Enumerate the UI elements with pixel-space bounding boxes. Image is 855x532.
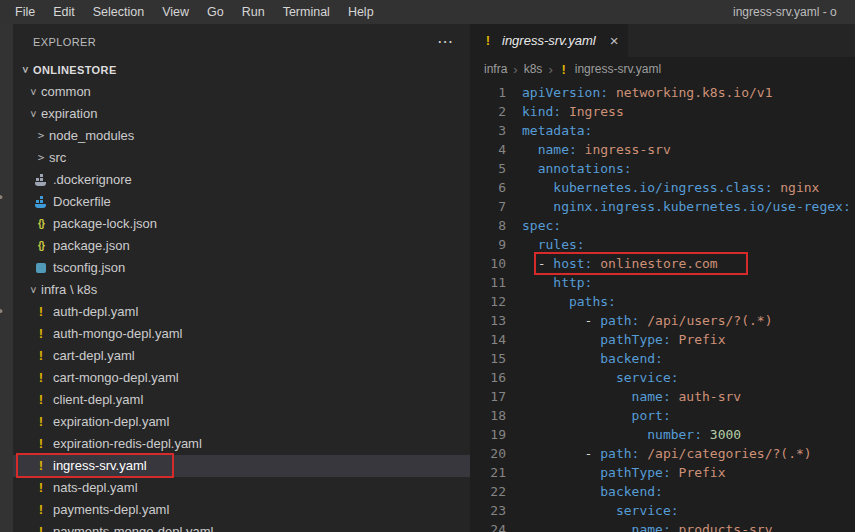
code-text: name: ingress-srv bbox=[522, 140, 671, 159]
code-line-19: 19 number: 3000 bbox=[470, 425, 855, 444]
menu-edit[interactable]: Edit bbox=[44, 0, 84, 24]
tree-item-dockerignore[interactable]: .dockerignore bbox=[13, 169, 470, 191]
code-text: nginx.ingress.kubernetes.io/use-regex: bbox=[522, 197, 851, 216]
token-plain bbox=[522, 370, 616, 385]
code-line-17: 17 name: auth-srv bbox=[470, 387, 855, 406]
token-plain bbox=[522, 408, 632, 423]
tree-item-auth-depl-yaml[interactable]: !auth-depl.yaml bbox=[13, 301, 470, 323]
menu-help[interactable]: Help bbox=[339, 0, 383, 24]
more-actions-icon[interactable]: ⋯ bbox=[437, 32, 454, 51]
code-text: name: products-srv bbox=[522, 520, 772, 532]
yaml-icon: ! bbox=[33, 458, 49, 474]
tree-item-label: infra \ k8s bbox=[41, 279, 97, 301]
breadcrumb-item-k8s[interactable]: k8s bbox=[524, 62, 543, 76]
tree-item-cart-depl-yaml[interactable]: !cart-depl.yaml bbox=[13, 345, 470, 367]
code-line-1: 1apiVersion: networking.k8s.io/v1 bbox=[470, 83, 855, 102]
code-text: pathType: Prefix bbox=[522, 330, 726, 349]
menu-terminal[interactable]: Terminal bbox=[274, 0, 339, 24]
token-key: host: bbox=[553, 256, 592, 271]
partial-icon-gray-4[interactable]: ] bbox=[0, 354, 12, 371]
tree-item-package-json[interactable]: {}package.json bbox=[13, 235, 470, 257]
code-line-10: 10 - host: onlinestore.com bbox=[470, 254, 855, 273]
menu-run[interactable]: Run bbox=[233, 0, 274, 24]
code-text: - path: /api/categories/?(.*) bbox=[522, 444, 812, 463]
code-line-4: 4 name: ingress-srv bbox=[470, 140, 855, 159]
tree-item-package-lock-json[interactable]: {}package-lock.json bbox=[13, 213, 470, 235]
menu-file[interactable]: File bbox=[6, 0, 44, 24]
menu-view[interactable]: View bbox=[153, 0, 198, 24]
breadcrumb-item-ingress-srv-yaml[interactable]: ingress-srv.yaml bbox=[575, 62, 661, 76]
tree-item-label: Dockerfile bbox=[53, 191, 111, 213]
line-number: 14 bbox=[470, 330, 506, 349]
line-number: 17 bbox=[470, 387, 506, 406]
token-val: /api/users/?(.*) bbox=[639, 313, 772, 328]
token-key: port: bbox=[632, 408, 671, 423]
close-icon[interactable]: × bbox=[610, 32, 619, 49]
token-val: onlinestore.com bbox=[592, 256, 717, 271]
tab-ingress-srv-yaml[interactable]: ! ingress-srv.yaml × bbox=[470, 24, 628, 57]
tree-item-ingress-srv-yaml[interactable]: !ingress-srv.yaml bbox=[13, 455, 470, 477]
tree-item-infra-k8s[interactable]: >infra \ k8s bbox=[13, 279, 470, 301]
tree-item-onlinestore[interactable]: >ONLINESTORE bbox=[13, 59, 470, 81]
code-line-7: 7 nginx.ingress.kubernetes.io/use-regex: bbox=[470, 197, 855, 216]
code-area[interactable]: 1apiVersion: networking.k8s.io/v12kind: … bbox=[470, 81, 855, 532]
token-plain bbox=[522, 465, 600, 480]
tree-item-tsconfig-json[interactable]: tsconfig.json bbox=[13, 257, 470, 279]
partial-icon-orange[interactable]: ) bbox=[0, 60, 12, 77]
token-key: kubernetes.io/ingress.class: bbox=[553, 180, 772, 195]
tree-item-auth-mongo-depl-yaml[interactable]: !auth-mongo-depl.yaml bbox=[13, 323, 470, 345]
token-key: service: bbox=[616, 370, 679, 385]
menu-go[interactable]: Go bbox=[198, 0, 233, 24]
breadcrumb: infra›k8s›!ingress-srv.yaml bbox=[470, 57, 855, 81]
token-key: pathType: bbox=[600, 332, 670, 347]
tree-item-label: ONLINESTORE bbox=[33, 59, 117, 81]
tree-item-src[interactable]: >src bbox=[13, 147, 470, 169]
partial-icon-gray-1[interactable]: ) bbox=[0, 122, 12, 139]
token-key: path: bbox=[600, 446, 639, 461]
token-plain bbox=[522, 389, 632, 404]
explorer-title: EXPLORER bbox=[33, 36, 96, 48]
tree-item-label: cart-depl.yaml bbox=[53, 345, 135, 367]
tree-item-cart-mongo-depl-yaml[interactable]: !cart-mongo-depl.yaml bbox=[13, 367, 470, 389]
line-number: 4 bbox=[470, 140, 506, 159]
code-line-12: 12 paths: bbox=[470, 292, 855, 311]
tree-item-nats-depl-yaml[interactable]: !nats-depl.yaml bbox=[13, 477, 470, 499]
code-line-11: 11 http: bbox=[470, 273, 855, 292]
tree-item-expiration-redis-depl-yaml[interactable]: !expiration-redis-depl.yaml bbox=[13, 433, 470, 455]
breadcrumb-separator-icon: › bbox=[548, 62, 552, 77]
activity-bar[interactable]: ))>>] bbox=[0, 24, 13, 532]
token-key: name: bbox=[632, 389, 671, 404]
code-text: kubernetes.io/ingress.class: nginx bbox=[522, 178, 819, 197]
breadcrumb-item-infra[interactable]: infra bbox=[484, 62, 507, 76]
line-number: 2 bbox=[470, 102, 506, 121]
token-key: service: bbox=[616, 503, 679, 518]
tree-item-common[interactable]: >common bbox=[13, 81, 470, 103]
tree-item-node-modules[interactable]: >node_modules bbox=[13, 125, 470, 147]
tab-label: ingress-srv.yaml bbox=[502, 33, 596, 48]
titlebar: FileEditSelectionViewGoRunTerminalHelp i… bbox=[0, 0, 855, 24]
token-key: name: bbox=[538, 142, 577, 157]
tree-item-payments-depl-yaml[interactable]: !payments-depl.yaml bbox=[13, 499, 470, 521]
tree-item-expiration[interactable]: >expiration bbox=[13, 103, 470, 125]
chevron-down-icon: > bbox=[22, 282, 44, 298]
token-plain: - bbox=[522, 313, 600, 328]
token-key: metadata: bbox=[522, 123, 592, 138]
yaml-icon: ! bbox=[33, 370, 49, 386]
tree-item-label: nats-depl.yaml bbox=[53, 477, 138, 499]
token-key: kind: bbox=[522, 104, 561, 119]
tree-item-expiration-depl-yaml[interactable]: !expiration-depl.yaml bbox=[13, 411, 470, 433]
tree-item-payments-mongo-depl-yaml[interactable]: !payments-mongo-depl.yaml bbox=[13, 521, 470, 532]
chevron-down-icon: > bbox=[22, 84, 44, 100]
token-val: /api/categories/?(.*) bbox=[639, 446, 811, 461]
partial-icon-gray-3[interactable]: > bbox=[0, 302, 12, 319]
tree-item-label: common bbox=[41, 81, 91, 103]
token-plain bbox=[522, 161, 538, 176]
menu-selection[interactable]: Selection bbox=[84, 0, 153, 24]
chevron-right-icon: > bbox=[33, 147, 49, 169]
tree-item-client-depl-yaml[interactable]: !client-depl.yaml bbox=[13, 389, 470, 411]
tree-item-dockerfile[interactable]: Dockerfile bbox=[13, 191, 470, 213]
line-number: 22 bbox=[470, 482, 506, 501]
chevron-down-icon: > bbox=[22, 106, 44, 122]
partial-icon-gray-2[interactable]: > bbox=[0, 188, 12, 205]
tree-item-label: cart-mongo-depl.yaml bbox=[53, 367, 179, 389]
